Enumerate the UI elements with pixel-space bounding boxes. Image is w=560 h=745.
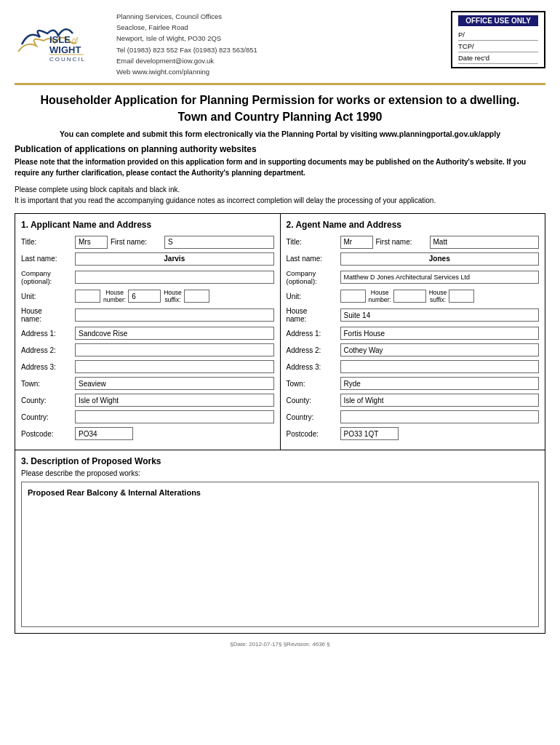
applicant-house-suffix-group: Housesuffix:: [164, 289, 209, 303]
office-use-title: OFFICE USE ONLY: [458, 15, 538, 26]
applicant-town-label: Town:: [21, 380, 72, 388]
contact-line3: Newport, Isle of Wight, PO30 2QS: [116, 33, 257, 44]
agent-country-row: Country:: [287, 410, 540, 423]
agent-title-input[interactable]: [340, 236, 373, 249]
applicant-address3-label: Address 3:: [21, 363, 72, 371]
agent-title-row: Title: First name:: [287, 236, 540, 249]
section3: 3. Description of Proposed Works Please …: [15, 450, 545, 634]
contact-email: Email development@iow.gov.uk: [116, 55, 257, 66]
publication-section: Publication of applications on planning …: [15, 144, 545, 178]
agent-house-suffix-group: Housesuffix:: [429, 289, 475, 303]
agent-address2-row: Address 2:: [287, 343, 540, 356]
applicant-county-input[interactable]: [75, 394, 274, 407]
applicant-title-row: Title: First name:: [21, 236, 274, 249]
applicant-country-row: Country:: [21, 410, 274, 423]
agent-lastname-input[interactable]: [340, 252, 540, 266]
agent-address3-label: Address 3:: [287, 363, 337, 371]
agent-address1-row: Address 1:: [287, 327, 540, 340]
agent-firstname-input[interactable]: [430, 236, 540, 249]
section1: 1. Applicant Name and Address Title: Fir…: [15, 214, 281, 450]
agent-county-input[interactable]: [340, 394, 540, 407]
instruction-line2: It is important that you read the accomp…: [15, 195, 545, 206]
section2: 2. Agent Name and Address Title: First n…: [281, 214, 545, 450]
agent-unit-row: Unit: Housenumber: Housesuffix:: [287, 289, 540, 303]
agent-address1-input[interactable]: [340, 327, 540, 340]
logo-area: ISLE of WIGHT COUNCIL Planning Services,…: [15, 11, 257, 77]
section3-subtitle: Please describe the proposed works:: [21, 469, 539, 477]
main-title-line1: Householder Application for Planning Per…: [15, 92, 545, 108]
publication-text: Please note that the information provide…: [15, 156, 545, 178]
office-date-row: Date rec'd: [458, 52, 538, 64]
section3-title: 3. Description of Proposed Works: [21, 456, 539, 466]
applicant-postcode-input[interactable]: [75, 427, 133, 440]
main-title-line2: Town and Country Planning Act 1990: [15, 109, 545, 125]
agent-address2-input[interactable]: [340, 343, 540, 356]
svg-text:of: of: [72, 36, 79, 44]
applicant-postcode-row: Postcode:: [21, 427, 274, 440]
office-tcp-row: TCP/: [458, 41, 538, 52]
applicant-house-number-group: Housenumber:: [103, 289, 161, 303]
agent-house-number-input[interactable]: [393, 290, 426, 303]
publication-heading: Publication of applications on planning …: [15, 144, 545, 154]
applicant-firstname-label: First name:: [111, 238, 161, 246]
agent-postcode-row: Postcode:: [287, 427, 540, 440]
main-title: Householder Application for Planning Per…: [15, 92, 545, 125]
contact-line1: Planning Services, Council Offices: [116, 11, 257, 22]
agent-firstname-label: First name:: [376, 238, 427, 246]
agent-house-suffix-label: Housesuffix:: [429, 289, 447, 303]
applicant-housename-input[interactable]: [75, 308, 274, 322]
section3-description[interactable]: Proposed Rear Balcony & Internal Alterat…: [21, 482, 539, 627]
agent-country-input[interactable]: [340, 410, 540, 423]
agent-house-suffix-input[interactable]: [449, 290, 474, 303]
agent-housename-label: Housename:: [287, 307, 337, 323]
agent-town-label: Town:: [287, 380, 337, 388]
agent-housename-input[interactable]: [340, 308, 540, 322]
section1-title: 1. Applicant Name and Address: [21, 220, 274, 230]
applicant-unit-row: Unit: Housenumber: Housesuffix:: [21, 289, 274, 303]
agent-unit-label: Unit:: [287, 292, 337, 300]
applicant-house-suffix-input[interactable]: [184, 290, 209, 303]
applicant-company-label: Company(optional):: [21, 269, 72, 285]
applicant-housename-row: Housename:: [21, 307, 274, 323]
agent-town-row: Town:: [287, 377, 540, 390]
contact-tel-fax: Tel (01983) 823 552 Fax (01983) 823 563/…: [116, 44, 257, 55]
contact-info: Planning Services, Council Offices Seacl…: [116, 11, 257, 77]
agent-county-label: County:: [287, 397, 337, 405]
applicant-county-label: County:: [21, 397, 72, 405]
applicant-address2-row: Address 2:: [21, 343, 274, 356]
applicant-unit-input[interactable]: [75, 290, 100, 303]
applicant-house-suffix-label: Housesuffix:: [164, 289, 182, 303]
applicant-house-number-input[interactable]: [128, 290, 161, 303]
applicant-company-row: Company(optional):: [21, 269, 274, 285]
applicant-house-number-label: Housenumber:: [103, 289, 126, 303]
agent-company-input[interactable]: [340, 271, 540, 284]
applicant-town-input[interactable]: [75, 377, 274, 390]
applicant-country-input[interactable]: [75, 410, 274, 423]
agent-postcode-input[interactable]: [340, 427, 399, 440]
applicant-title-input[interactable]: [75, 236, 108, 249]
agent-company-row: Company(optional):: [287, 269, 540, 285]
agent-unit-input[interactable]: [340, 290, 366, 303]
agent-town-input[interactable]: [340, 377, 540, 390]
applicant-lastname-row: Last name:: [21, 252, 274, 266]
applicant-address2-input[interactable]: [75, 343, 274, 356]
agent-address3-input[interactable]: [340, 360, 540, 373]
applicant-town-row: Town:: [21, 377, 274, 390]
applicant-lastname-label: Last name:: [21, 255, 72, 263]
applicant-address2-label: Address 2:: [21, 346, 72, 354]
page-footer: §Date: 2012-07-17§ §Revision: 4636 §: [15, 641, 545, 648]
applicant-firstname-input[interactable]: [164, 236, 274, 249]
applicant-address1-input[interactable]: [75, 327, 274, 340]
applicant-lastname-input[interactable]: [75, 252, 274, 266]
instructions: Please complete using block capitals and…: [15, 184, 545, 206]
agent-country-label: Country:: [287, 413, 337, 421]
portal-note: You can complete and submit this form el…: [15, 130, 545, 138]
applicant-country-label: Country:: [21, 413, 72, 421]
applicant-address3-input[interactable]: [75, 360, 274, 373]
agent-title-label: Title:: [287, 238, 337, 246]
agent-lastname-row: Last name:: [287, 252, 540, 266]
applicant-company-input[interactable]: [75, 271, 274, 284]
agent-house-number-group: Housenumber:: [369, 289, 426, 303]
logo-icon: ISLE of WIGHT COUNCIL: [15, 23, 109, 66]
agent-address2-label: Address 2:: [287, 346, 337, 354]
